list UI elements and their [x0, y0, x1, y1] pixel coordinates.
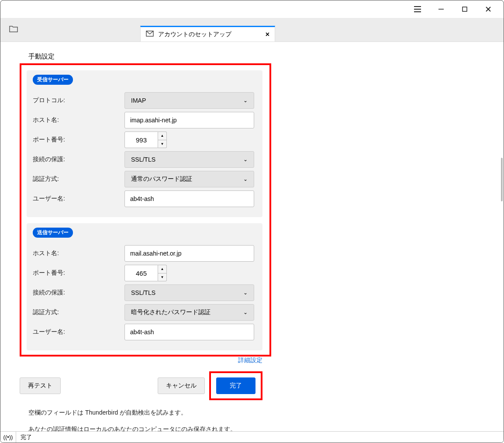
chevron-down-icon: ⌄	[243, 290, 248, 296]
incoming-username-label: ユーザー名:	[33, 195, 124, 203]
mail-setup-icon	[146, 31, 154, 38]
spinner-down-icon[interactable]: ▼	[158, 140, 166, 148]
note-credentials: あなたの認証情報はローカルのあなたのコンピュータにのみ保存されます。	[28, 426, 486, 431]
incoming-port-label: ポート番号:	[33, 136, 124, 144]
incoming-server-box: 受信サーバー プロトコル: IMAP ⌄ ホスト名: ポート番号: ▲	[27, 70, 262, 217]
incoming-hostname-input[interactable]	[124, 112, 254, 128]
chevron-down-icon: ⌄	[243, 97, 248, 104]
incoming-badge: 受信サーバー	[33, 75, 73, 85]
outgoing-server-box: 送信サーバー ホスト名: ポート番号: ▲ ▼ 接続の保護: SSL/	[27, 223, 262, 350]
incoming-security-select[interactable]: SSL/TLS ⌄	[124, 151, 254, 168]
done-button[interactable]: 完了	[216, 377, 255, 394]
note-blank-fields: 空欄のフィールドは Thunderbird が自動検出を試みます。	[28, 409, 486, 417]
outgoing-security-label: 接続の保護:	[33, 289, 124, 297]
incoming-protocol-value: IMAP	[131, 97, 146, 104]
outgoing-badge: 送信サーバー	[33, 228, 73, 238]
retest-button[interactable]: 再テスト	[20, 377, 61, 394]
outgoing-port-spinner[interactable]: ▲ ▼	[158, 265, 167, 281]
incoming-port-input[interactable]	[124, 132, 158, 148]
incoming-port-spinner[interactable]: ▲ ▼	[158, 132, 167, 148]
outgoing-username-label: ユーザー名:	[33, 328, 124, 336]
spinner-up-icon[interactable]: ▲	[158, 132, 166, 140]
outgoing-auth-label: 認証方式:	[33, 308, 124, 316]
spinner-down-icon[interactable]: ▼	[158, 273, 166, 281]
tab-close-icon[interactable]: ×	[266, 31, 269, 38]
highlight-done-button: 完了	[209, 371, 262, 400]
section-title: 手動設定	[28, 52, 486, 61]
minimize-button[interactable]	[429, 0, 453, 18]
highlight-server-settings: 受信サーバー プロトコル: IMAP ⌄ ホスト名: ポート番号: ▲	[20, 63, 271, 356]
outgoing-security-select[interactable]: SSL/TLS ⌄	[124, 284, 254, 301]
statusbar: ((•)) 完了	[0, 431, 504, 443]
statusbar-text: 完了	[16, 433, 32, 441]
window-titlebar	[0, 0, 504, 18]
incoming-security-label: 接続の保護:	[33, 156, 124, 163]
tab-account-setup[interactable]: アカウントのセットアップ ×	[140, 26, 275, 42]
incoming-hostname-label: ホスト名:	[33, 116, 124, 124]
incoming-protocol-label: プロトコル:	[33, 97, 124, 104]
close-button[interactable]	[476, 0, 500, 18]
outgoing-hostname-input[interactable]	[124, 245, 254, 262]
advanced-settings-link[interactable]: 詳細設定	[238, 356, 262, 363]
svg-rect-4	[463, 7, 467, 11]
maximize-button[interactable]	[453, 0, 476, 18]
incoming-auth-label: 認証方式:	[33, 175, 124, 183]
outgoing-auth-select[interactable]: 暗号化されたパスワード認証 ⌄	[124, 304, 254, 321]
content-area: 手動設定 受信サーバー プロトコル: IMAP ⌄ ホスト名: ポート番号:	[0, 42, 504, 431]
spinner-up-icon[interactable]: ▲	[158, 265, 166, 273]
outgoing-hostname-label: ホスト名:	[33, 249, 124, 257]
incoming-security-value: SSL/TLS	[131, 156, 155, 163]
incoming-auth-select[interactable]: 通常のパスワード認証 ⌄	[124, 171, 254, 187]
outgoing-port-input[interactable]	[124, 265, 158, 281]
outgoing-auth-value: 暗号化されたパスワード認証	[131, 308, 211, 316]
outgoing-port-label: ポート番号:	[33, 269, 124, 277]
toolbar: アカウントのセットアップ ×	[0, 18, 504, 42]
hamburger-menu-button[interactable]	[406, 0, 429, 18]
incoming-auth-value: 通常のパスワード認証	[131, 175, 192, 183]
outgoing-username-input[interactable]	[124, 324, 254, 340]
chevron-down-icon: ⌄	[243, 176, 248, 182]
tab-title: アカウントのセットアップ	[158, 31, 231, 38]
folder-icon[interactable]	[9, 25, 18, 35]
scrollbar-thumb[interactable]	[501, 158, 503, 201]
incoming-username-input[interactable]	[124, 190, 254, 207]
sync-icon[interactable]: ((•))	[0, 432, 16, 443]
chevron-down-icon: ⌄	[243, 156, 248, 163]
cancel-button[interactable]: キャンセル	[158, 377, 205, 394]
outgoing-security-value: SSL/TLS	[131, 289, 155, 296]
incoming-protocol-select[interactable]: IMAP ⌄	[124, 92, 254, 109]
chevron-down-icon: ⌄	[243, 309, 248, 315]
